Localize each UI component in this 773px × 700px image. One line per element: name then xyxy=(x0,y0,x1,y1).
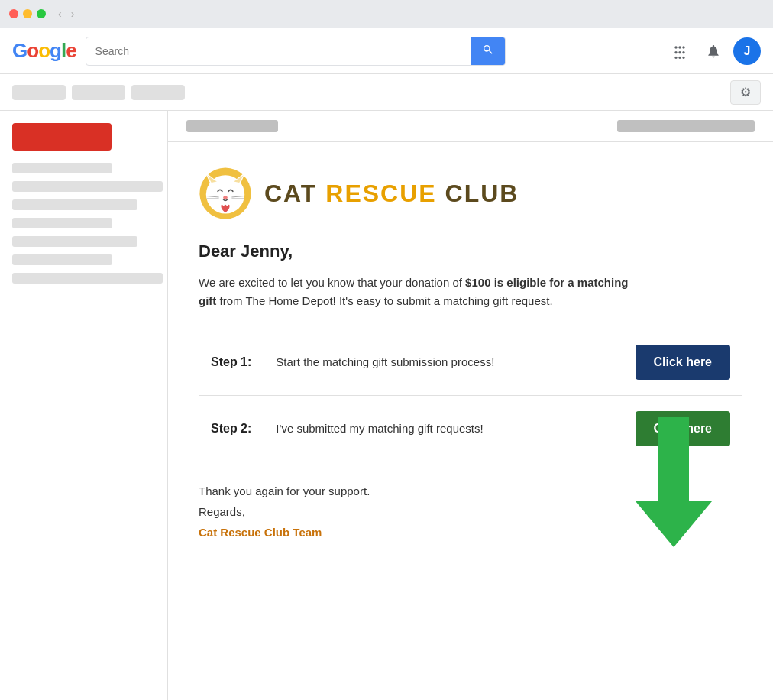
search-button[interactable] xyxy=(471,37,505,65)
main-layout: Cat Rescue Club Dear Jenny, We are excit… xyxy=(0,111,773,700)
org-name-rescue: Rescue xyxy=(317,180,436,207)
minimize-button[interactable] xyxy=(23,9,32,18)
nav-buttons: ‹ › xyxy=(55,6,77,21)
org-name-club: Club xyxy=(437,180,519,207)
close-button[interactable] xyxy=(9,9,18,18)
highlight-amount: $100 is eligible for a matching gift xyxy=(199,276,629,307)
email-title xyxy=(186,120,278,132)
apps-icon[interactable] xyxy=(666,37,694,65)
logo-e: e xyxy=(66,39,76,62)
email-header-bar xyxy=(168,111,773,142)
greeting: Dear Jenny, xyxy=(199,241,742,261)
step-2-row: Step 2: I've submitted my matching gift … xyxy=(199,396,742,462)
email-body: Cat Rescue Club Dear Jenny, We are excit… xyxy=(168,142,773,573)
sidebar xyxy=(0,111,168,700)
gmail-tab-3[interactable] xyxy=(131,85,185,100)
settings-button[interactable]: ⚙ xyxy=(730,80,761,105)
title-bar: ‹ › xyxy=(0,0,773,28)
svg-point-8 xyxy=(223,196,228,199)
logo-g: G xyxy=(12,39,27,62)
maximize-button[interactable] xyxy=(37,9,46,18)
browser-chrome: ‹ › xyxy=(0,0,773,28)
closing-name: Cat Rescue Club Team xyxy=(199,522,742,543)
email-area: Cat Rescue Club Dear Jenny, We are excit… xyxy=(168,111,773,700)
sidebar-item-1[interactable] xyxy=(12,163,112,173)
toolbar-icons: J xyxy=(666,37,761,65)
forward-button[interactable]: › xyxy=(68,6,78,21)
step-1-btn-cell: Click here xyxy=(613,329,742,396)
gmail-tab-1[interactable] xyxy=(12,85,66,100)
email-paragraph: We are excited to let you know that your… xyxy=(199,274,642,310)
logo-g2: g xyxy=(50,39,61,62)
google-logo: Google xyxy=(12,39,76,63)
sidebar-item-6[interactable] xyxy=(12,254,112,265)
gmail-tab-2[interactable] xyxy=(72,85,125,100)
org-name: Cat Rescue Club xyxy=(264,180,519,208)
closing-line-2: Regards, xyxy=(199,501,742,522)
closing-line-1: Thank you again for your support. xyxy=(199,481,742,501)
traffic-lights xyxy=(9,9,46,18)
closing: Thank you again for your support. Regard… xyxy=(199,481,742,543)
step-1-description: Start the matching gift submission proce… xyxy=(264,329,613,396)
step-2-description: I've submitted my matching gift requests… xyxy=(264,396,613,462)
logo-o2: o xyxy=(38,39,50,62)
sidebar-item-2[interactable] xyxy=(12,181,163,192)
google-toolbar: Google J xyxy=(0,28,773,74)
sidebar-item-3[interactable] xyxy=(12,199,137,210)
logo-o1: o xyxy=(27,39,38,62)
step-2-button[interactable]: Click here xyxy=(636,411,730,446)
step-1-button[interactable]: Click here xyxy=(636,345,730,380)
org-logo: Cat Rescue Club xyxy=(199,167,742,220)
notifications-icon[interactable] xyxy=(700,37,727,65)
cat-logo-svg xyxy=(199,167,252,220)
sidebar-item-4[interactable] xyxy=(12,218,112,228)
search-input[interactable] xyxy=(86,39,471,63)
step-2-label: Step 2: xyxy=(199,396,264,462)
sidebar-item-5[interactable] xyxy=(12,236,137,247)
user-avatar[interactable]: J xyxy=(733,37,761,65)
back-button[interactable]: ‹ xyxy=(55,6,65,21)
step-2-btn-cell: Click here xyxy=(613,396,742,462)
email-actions xyxy=(617,120,755,132)
search-bar xyxy=(86,37,506,66)
compose-button[interactable] xyxy=(12,123,112,151)
sidebar-item-7[interactable] xyxy=(12,273,163,284)
gmail-tabs-bar: ⚙ xyxy=(0,74,773,111)
step-1-row: Step 1: Start the matching gift submissi… xyxy=(199,329,742,396)
step-1-label: Step 1: xyxy=(199,329,264,396)
org-name-cat: Cat xyxy=(264,180,317,207)
steps-table: Step 1: Start the matching gift submissi… xyxy=(199,329,742,462)
